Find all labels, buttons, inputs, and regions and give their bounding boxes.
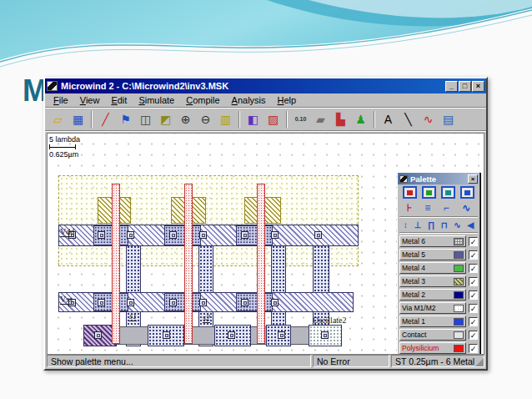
nmos-device-button-swatch bbox=[426, 190, 432, 195]
copy-icon[interactable]: ◫ bbox=[136, 110, 155, 129]
layer-button-metal-5[interactable]: Metal 5 bbox=[399, 249, 466, 260]
zoom-out-icon-glyph: ⊖ bbox=[201, 114, 211, 125]
layer-label: Metal 1 bbox=[402, 317, 454, 326]
layer-button-contact[interactable]: Contact bbox=[399, 329, 466, 341]
clock-device-button[interactable] bbox=[460, 186, 474, 199]
contact-square bbox=[314, 231, 322, 239]
layer-row-metal-4: Metal 4✓ bbox=[399, 262, 478, 275]
view-all-icon[interactable]: ▥ bbox=[216, 110, 235, 129]
analog-sim-icon[interactable]: ∿ bbox=[419, 110, 438, 129]
title-bar[interactable]: Microwind 2 - C:\Microwind2\inv3.MSK _□× bbox=[45, 78, 486, 93]
palette-close-icon[interactable]: × bbox=[468, 174, 478, 184]
palette-divider bbox=[399, 216, 478, 218]
play-icon[interactable]: ◀ bbox=[467, 220, 474, 230]
contact-square bbox=[228, 331, 235, 339]
layer-row-metal-5: Metal 5✓ bbox=[399, 249, 478, 261]
layer-swatch bbox=[454, 345, 464, 352]
layer-button-metal-2[interactable]: Metal 2 bbox=[399, 289, 466, 301]
app-icon bbox=[47, 81, 58, 91]
pmos-device-button[interactable] bbox=[441, 186, 455, 199]
layer-checkbox[interactable]: ✓ bbox=[469, 250, 478, 260]
contact-square bbox=[278, 331, 285, 339]
save-icon[interactable]: ▦ bbox=[68, 110, 88, 129]
menu-item-simulate[interactable]: Simulate bbox=[133, 93, 180, 107]
resize-grip[interactable] bbox=[475, 358, 484, 366]
layer-checkbox[interactable]: ✓ bbox=[469, 331, 478, 340]
zoom-in-icon-glyph: ⊕ bbox=[181, 114, 191, 125]
layer-checkbox[interactable]: ✓ bbox=[469, 290, 478, 300]
route-tool-icon[interactable]: ⌐ bbox=[444, 202, 449, 214]
layer-button-metal-4[interactable]: Metal 4 bbox=[399, 262, 466, 274]
measure-icon[interactable]: ▨ bbox=[263, 110, 283, 129]
pulse-icon[interactable]: ∏ bbox=[428, 220, 434, 230]
foundry-icon-glyph: ▙ bbox=[336, 114, 345, 125]
layer-button-via-m1-m2[interactable]: Via M1/M2 bbox=[399, 302, 466, 314]
layer-swatch bbox=[454, 318, 464, 326]
maximize-button[interactable]: □ bbox=[459, 81, 471, 92]
layers-icon[interactable]: ▤ bbox=[439, 110, 458, 129]
layer-checkbox[interactable]: ✓ bbox=[469, 237, 478, 246]
sine-icon[interactable]: ∿ bbox=[454, 220, 460, 230]
polysilicon-strip bbox=[112, 184, 120, 344]
updown-arrows-icon[interactable]: ↕ bbox=[404, 220, 408, 230]
vdd-device-button[interactable] bbox=[403, 186, 417, 199]
zoom-out-icon[interactable]: ⊖ bbox=[196, 110, 215, 129]
contact-square bbox=[127, 299, 134, 306]
pmos-device-button-swatch bbox=[445, 190, 451, 195]
eraser-icon[interactable]: ▰ bbox=[311, 110, 330, 129]
layer-checkbox[interactable]: ✓ bbox=[469, 344, 478, 353]
layer-button-metal-6[interactable]: Metal 6 bbox=[399, 235, 466, 247]
simulate-icon[interactable]: ♟ bbox=[351, 110, 370, 129]
layer-row-polysilicium: Polysilicium✓ bbox=[399, 342, 478, 355]
menu-item-view[interactable]: View bbox=[74, 93, 106, 107]
foundry-icon[interactable]: ▙ bbox=[331, 110, 350, 129]
layer-button-polysilicium[interactable]: Polysilicium bbox=[399, 342, 466, 354]
draw-icon[interactable]: ╱ bbox=[96, 110, 115, 129]
layer-label: Metal 6 bbox=[402, 237, 454, 245]
layer-label: Via M1/M2 bbox=[402, 304, 454, 312]
zoom-in-icon[interactable]: ⊕ bbox=[176, 110, 195, 129]
scale-indicator: 5 lambda 0.625µm bbox=[49, 135, 80, 159]
menu-item-help[interactable]: Help bbox=[272, 93, 303, 107]
layer-checkbox[interactable]: ✓ bbox=[469, 317, 478, 326]
stamp-icon[interactable]: ◩ bbox=[156, 110, 175, 129]
menu-item-file[interactable]: File bbox=[48, 93, 74, 107]
status-technology: ST 0.25µm - 6 Metal bbox=[391, 355, 484, 367]
menu-bar: FileViewEditSimulateCompileAnalysisHelp bbox=[45, 93, 486, 108]
palette-title-bar[interactable]: Palette × bbox=[398, 173, 479, 184]
text-icon[interactable]: A bbox=[379, 110, 398, 129]
layer-checkbox[interactable]: ✓ bbox=[469, 277, 478, 286]
flag-icon[interactable]: ⚑ bbox=[116, 110, 135, 129]
minimize-button[interactable]: _ bbox=[445, 81, 458, 92]
layer-checkbox[interactable]: ✓ bbox=[469, 304, 478, 313]
resistor-tool-icon[interactable]: ∿ bbox=[462, 202, 470, 214]
menu-item-compile[interactable]: Compile bbox=[180, 93, 225, 107]
status-technology-text: ST 0.25µm - 6 Metal bbox=[395, 356, 474, 366]
layer-swatch bbox=[454, 278, 464, 285]
nmos-device-button[interactable] bbox=[422, 186, 436, 199]
connect-icon[interactable]: ◧ bbox=[243, 110, 263, 129]
open-icon[interactable]: ▱ bbox=[48, 110, 68, 129]
text-icon-glyph: A bbox=[384, 114, 392, 125]
layer-row-contact: Contact✓ bbox=[399, 329, 478, 341]
toolbar: ▱▦╱⚑◫◩⊕⊖▥◧▨0.10▰▙♟A╲∿▤ bbox=[45, 108, 486, 131]
design-rule-icon[interactable]: 0.10 bbox=[291, 110, 310, 129]
contact-stack-icon[interactable]: ≡ bbox=[424, 202, 430, 214]
step-icon[interactable]: ⊓ bbox=[441, 220, 448, 230]
microwind-window: Microwind 2 - C:\Microwind2\inv3.MSK _□×… bbox=[43, 77, 488, 371]
menu-item-analysis[interactable]: Analysis bbox=[226, 93, 272, 107]
layer-button-metal-3[interactable]: Metal 3 bbox=[399, 275, 466, 287]
layer-button-metal-1[interactable]: Metal 1 bbox=[399, 316, 466, 327]
pen-icon[interactable]: ╲ bbox=[399, 110, 418, 129]
s2-node-label: s2 bbox=[203, 313, 210, 323]
close-button[interactable]: × bbox=[472, 81, 484, 92]
ground-icon[interactable]: ⊥ bbox=[414, 220, 422, 230]
menu-item-edit[interactable]: Edit bbox=[105, 93, 133, 107]
palette-title: Palette bbox=[410, 174, 468, 184]
layer-checkbox[interactable]: ✓ bbox=[469, 264, 478, 273]
contact-square bbox=[169, 231, 177, 239]
copy-icon-glyph: ◫ bbox=[140, 114, 151, 125]
transistor-tool-icon[interactable]: ⊦ bbox=[407, 202, 412, 214]
toolbar-separator bbox=[374, 111, 375, 128]
layer-swatch bbox=[454, 291, 464, 299]
